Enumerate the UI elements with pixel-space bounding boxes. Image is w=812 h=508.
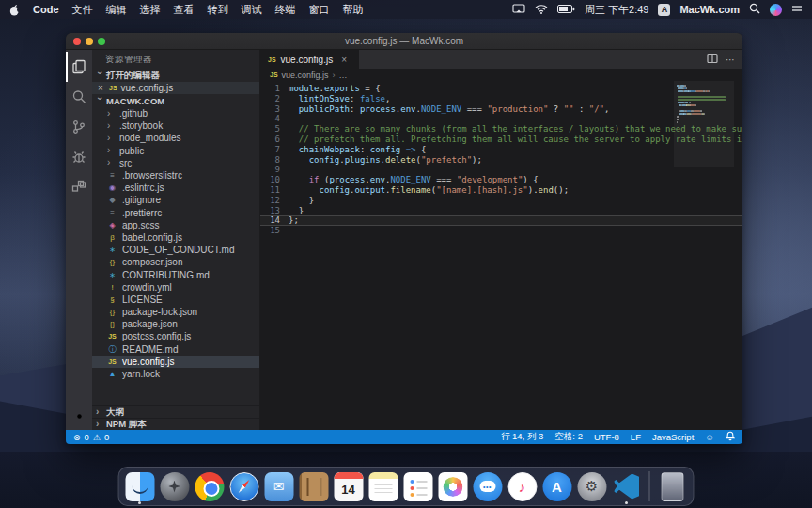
open-editor-item[interactable]: ×JSvue.config.js [92, 82, 259, 94]
tree-item-.storybook[interactable]: ›.storybook [92, 119, 259, 132]
code-line-10[interactable]: 10 if (process.env.NODE_ENV === "develop… [260, 175, 742, 185]
dock-app-notes[interactable] [367, 468, 399, 504]
menu-item-帮助[interactable]: 帮助 [343, 3, 364, 17]
tree-item-CONTRIBUTING.md[interactable]: ∗CONTRIBUTING.md [92, 268, 259, 280]
zoom-window-button[interactable] [98, 38, 105, 45]
dock-app-mail[interactable]: ✉ [263, 468, 295, 504]
tree-item-babel.config.js[interactable]: βbabel.config.js [92, 231, 259, 244]
code-line-12[interactable]: 12 } [260, 196, 742, 206]
dock-app-trash[interactable] [657, 468, 689, 504]
code-line-15[interactable]: 15 [260, 226, 742, 236]
workspace-section[interactable]: › MACWK.COM [92, 94, 259, 107]
dock-app-appstore[interactable]: A [541, 468, 573, 504]
menu-app-name[interactable]: Code [33, 4, 59, 15]
battery-icon[interactable] [557, 4, 575, 15]
dock-app-messages[interactable]: ••• [472, 468, 504, 504]
tree-item-CODE_OF_CONDUCT.md[interactable]: ∗CODE_OF_CONDUCT.md [92, 244, 259, 256]
code-line-7[interactable]: 7 chainWebpack: config => { [260, 145, 742, 155]
code-line-9[interactable]: 9 [260, 165, 742, 175]
more-actions-icon[interactable]: ⋯ [726, 55, 735, 65]
tree-item-vue.config.js[interactable]: JSvue.config.js [92, 356, 259, 368]
indentation[interactable]: 空格: 2 [554, 431, 583, 443]
tree-item-.github[interactable]: ›.github [92, 107, 259, 119]
tab-vue-config[interactable]: JS vue.config.js × [260, 50, 359, 69]
dock-app-photos[interactable] [437, 468, 469, 504]
menu-item-窗口[interactable]: 窗口 [309, 3, 330, 17]
dock-app-launchpad[interactable] [159, 468, 191, 504]
menu-clock[interactable]: 周三 下午2:49 [585, 3, 648, 17]
code-line-1[interactable]: 1module.exports = { [260, 84, 742, 94]
tree-item-crowdin.yml[interactable]: !crowdin.yml [92, 281, 259, 294]
dock-app-safari[interactable] [228, 468, 260, 504]
code-editor[interactable]: 1module.exports = {2 lintOnSave: false,3… [260, 81, 742, 430]
notification-center-icon[interactable] [791, 4, 803, 15]
tree-item-.browserslistrc[interactable]: ≡.browserslistrc [92, 169, 259, 182]
debug-icon[interactable] [66, 142, 92, 172]
sidebar-section-大纲[interactable]: ›大纲 [92, 405, 259, 418]
code-line-2[interactable]: 2 lintOnSave: false, [260, 94, 742, 104]
code-line-13[interactable]: 13 } [260, 206, 742, 216]
dock-app-syspref[interactable]: ⚙ [576, 468, 608, 504]
dock-app-reminders[interactable] [402, 468, 434, 504]
source-control-icon[interactable] [66, 112, 92, 142]
menu-item-编辑[interactable]: 编辑 [106, 3, 127, 17]
settings-gear-icon[interactable] [66, 408, 92, 424]
open-editors-section[interactable]: › 打开的编辑器 [92, 69, 259, 82]
dock-app-music[interactable]: ♪ [507, 468, 539, 504]
wifi-icon[interactable] [535, 4, 548, 16]
tree-item-node_modules[interactable]: ›node_modules [92, 132, 259, 144]
explorer-icon[interactable] [66, 52, 92, 82]
warnings-count[interactable]: 0 [104, 432, 109, 442]
tree-item-.prettierrc[interactable]: ≡.prettierrc [92, 207, 259, 219]
extensions-icon[interactable] [66, 172, 92, 202]
tree-item-package.json[interactable]: {}package.json [92, 318, 259, 330]
encoding[interactable]: UTF-8 [594, 432, 619, 442]
menu-item-终端[interactable]: 终端 [275, 3, 296, 17]
tree-item-composer.json[interactable]: {}composer.json [92, 256, 259, 268]
code-line-4[interactable]: 4 [260, 114, 742, 124]
breadcrumb[interactable]: JS vue.config.js › … [260, 69, 742, 81]
dock-app-finder[interactable] [124, 468, 156, 504]
tree-item-src[interactable]: ›src [92, 157, 259, 169]
errors-count[interactable]: 0 [85, 432, 89, 442]
search-icon[interactable] [66, 82, 92, 112]
code-line-3[interactable]: 3 publicPath: process.env.NODE_ENV === "… [260, 104, 742, 115]
apple-menu-icon[interactable] [9, 4, 20, 16]
tree-item-.eslintrc.js[interactable]: ◉.eslintrc.js [92, 182, 259, 194]
tree-item-LICENSE[interactable]: §LICENSE [92, 294, 259, 306]
code-line-5[interactable]: 5 // There are so many chunks (from all … [260, 124, 742, 135]
tree-item-postcss.config.js[interactable]: JSpostcss.config.js [92, 330, 259, 342]
window-title-bar[interactable]: vue.config.js — MacWk.com [66, 33, 742, 50]
menu-item-调试[interactable]: 调试 [242, 3, 262, 17]
tree-item-public[interactable]: ›public [92, 145, 259, 157]
menu-item-转到[interactable]: 转到 [208, 3, 228, 17]
tree-item-README.md[interactable]: ⓘREADME.md [92, 343, 259, 356]
dock-app-calendar[interactable]: 14 [333, 468, 365, 504]
tree-item-app.scss[interactable]: ◈app.scss [92, 219, 259, 231]
tab-close-icon[interactable]: × [341, 55, 347, 65]
close-editor-icon[interactable]: × [98, 83, 105, 93]
menu-item-文件[interactable]: 文件 [72, 3, 93, 17]
input-method-icon[interactable]: A [658, 4, 670, 16]
tree-item-package-lock.json[interactable]: {}package-lock.json [92, 306, 259, 318]
split-editor-icon[interactable] [707, 53, 718, 66]
spotlight-search-icon[interactable] [749, 3, 760, 16]
dock-app-chrome[interactable] [194, 468, 226, 504]
code-line-6[interactable]: 6 // prefetch them all. Prefetching them… [260, 135, 742, 145]
code-line-11[interactable]: 11 config.output.filename("[name].[hash]… [260, 185, 742, 196]
dock-app-vscode[interactable] [611, 468, 643, 504]
notifications-bell-icon[interactable] [726, 431, 735, 443]
siri-icon[interactable] [770, 4, 782, 16]
feedback-smiley-icon[interactable]: ☺ [705, 432, 714, 442]
menu-item-选择[interactable]: 选择 [140, 3, 161, 17]
close-window-button[interactable] [73, 38, 81, 45]
menu-site-label[interactable]: MacWk.com [679, 4, 740, 15]
errors-icon[interactable]: ⊗ [73, 433, 81, 442]
cursor-position[interactable]: 行 14, 列 3 [501, 431, 543, 443]
tree-item-yarn.lock[interactable]: ▲yarn.lock [92, 368, 259, 380]
code-line-8[interactable]: 8 config.plugins.delete("prefetch"); [260, 155, 742, 166]
language-mode[interactable]: JavaScript [652, 432, 694, 442]
warnings-icon[interactable]: ⚠ [93, 433, 101, 442]
minimize-window-button[interactable] [86, 38, 93, 45]
menu-item-查看[interactable]: 查看 [174, 3, 195, 17]
